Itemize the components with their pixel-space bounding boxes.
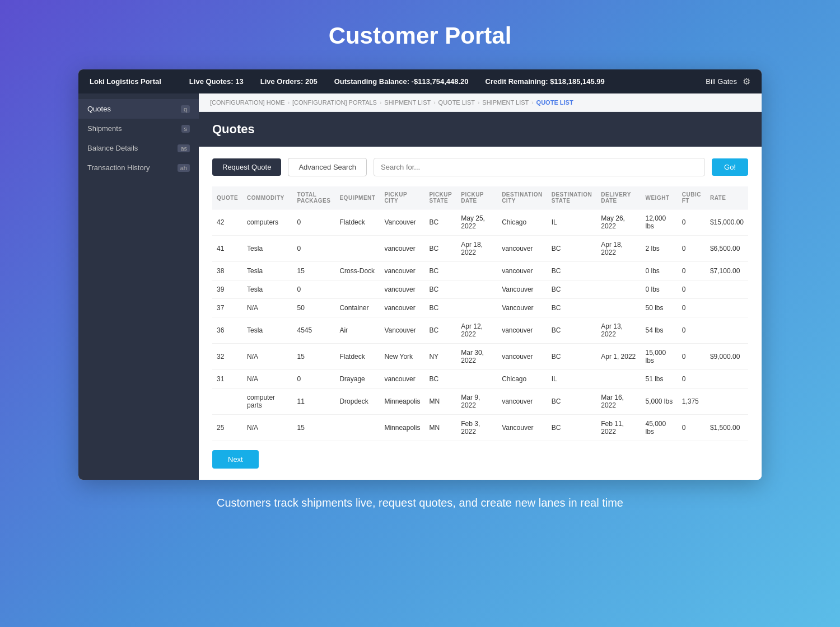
- table-cell: Apr 1, 2022: [596, 344, 641, 370]
- go-button[interactable]: Go!: [712, 158, 748, 176]
- advanced-search-button[interactable]: Advanced Search: [288, 158, 367, 176]
- sidebar: Quotes q Shipments s Balance Details as …: [78, 93, 199, 480]
- table-cell: Flatdeck: [335, 209, 380, 236]
- breadcrumb-sep-1: ›: [288, 100, 290, 106]
- table-row[interactable]: computer parts11DropdeckMinneapolisMNMar…: [212, 389, 748, 415]
- table-cell: vancouver: [497, 262, 547, 280]
- table-cell: 31: [212, 370, 242, 389]
- table-cell: N/A: [242, 370, 292, 389]
- stats-bar: Live Quotes: 13 Live Orders: 205 Outstan…: [189, 77, 689, 86]
- table-cell: 0 lbs: [641, 280, 678, 299]
- table-cell: 38: [212, 262, 242, 280]
- table-cell: N/A: [242, 344, 292, 370]
- table-row[interactable]: 41Tesla0vancouverBCApr 18, 2022vancouver…: [212, 236, 748, 262]
- table-row[interactable]: 31N/A0DrayagevancouverBCChicagoIL51 lbs0: [212, 370, 748, 389]
- table-cell: Chicago: [497, 209, 547, 236]
- table-cell: Apr 18, 2022: [456, 236, 497, 262]
- section-header: Quotes: [199, 112, 762, 147]
- table-cell: May 26, 2022: [596, 209, 641, 236]
- table-cell: vancouver: [497, 344, 547, 370]
- table-cell: [596, 299, 641, 317]
- col-equipment: EQUIPMENT: [335, 186, 380, 209]
- table-cell: 4545: [293, 317, 335, 344]
- table-cell: computer parts: [242, 389, 292, 415]
- table-area: Request Quote Advanced Search Go! QUOTE …: [199, 147, 762, 480]
- table-cell: IL: [547, 209, 597, 236]
- col-pickup-date: PICKUPDATE: [456, 186, 497, 209]
- search-input[interactable]: [374, 158, 705, 176]
- table-cell: Feb 11, 2022: [596, 415, 641, 441]
- content-area: [CONFIGURATION] HOME › [CONFIGURATION] P…: [199, 93, 762, 480]
- table-cell: 0: [678, 344, 706, 370]
- table-cell: 42: [212, 209, 242, 236]
- table-cell: vancouver: [380, 299, 424, 317]
- sidebar-item-shipments-shortcut: s: [181, 125, 190, 133]
- table-cell: Drayage: [335, 370, 380, 389]
- toolbar: Request Quote Advanced Search Go!: [212, 158, 748, 176]
- breadcrumb-item-1: [CONFIGURATION] HOME: [210, 99, 285, 106]
- table-cell: $7,100.00: [706, 262, 748, 280]
- table-row[interactable]: 36Tesla4545AirVancouverBCApr 12, 2022van…: [212, 317, 748, 344]
- table-cell: vancouver: [497, 236, 547, 262]
- sidebar-item-shipments[interactable]: Shipments s: [78, 119, 199, 138]
- request-quote-button[interactable]: Request Quote: [212, 158, 281, 176]
- table-cell: 45,000 lbs: [641, 415, 678, 441]
- table-cell: Tesla: [242, 262, 292, 280]
- table-cell: BC: [424, 299, 456, 317]
- table-cell: 0: [678, 209, 706, 236]
- table-row[interactable]: 32N/A15FlatdeckNew YorkNYMar 30, 2022van…: [212, 344, 748, 370]
- table-row[interactable]: 39Tesla0vancouverBCVancouverBC0 lbs0: [212, 280, 748, 299]
- sidebar-item-transactions-label: Transaction History: [87, 163, 178, 172]
- table-cell: 2 lbs: [641, 236, 678, 262]
- col-destination-state: DESTINATIONSTATE: [547, 186, 597, 209]
- user-area: Bill Gates ⚙: [706, 76, 750, 87]
- table-cell: BC: [547, 280, 597, 299]
- breadcrumb-item-3: SHIPMENT LIST: [384, 99, 431, 106]
- breadcrumb-item-5: SHIPMENT LIST: [482, 99, 529, 106]
- sidebar-item-transactions-shortcut: ah: [178, 164, 190, 172]
- col-cubic-ft: CUBICFT: [678, 186, 706, 209]
- table-row[interactable]: 42computers0FlatdeckVancouverBCMay 25, 2…: [212, 209, 748, 236]
- table-cell: 15,000 lbs: [641, 344, 678, 370]
- table-cell: Chicago: [497, 370, 547, 389]
- table-cell: BC: [424, 370, 456, 389]
- table-row[interactable]: 37N/A50ContainervancouverBCVancouverBC50…: [212, 299, 748, 317]
- top-bar: Loki Logistics Portal Live Quotes: 13 Li…: [78, 69, 762, 93]
- sidebar-item-quotes[interactable]: Quotes q: [78, 99, 199, 119]
- table-cell: 0: [293, 236, 335, 262]
- table-cell: BC: [547, 415, 597, 441]
- sidebar-item-balance[interactable]: Balance Details as: [78, 138, 199, 158]
- table-cell: 50: [293, 299, 335, 317]
- table-cell: [706, 280, 748, 299]
- table-row[interactable]: 25N/A15MinneapolisMNFeb 3, 2022Vancouver…: [212, 415, 748, 441]
- gear-icon[interactable]: ⚙: [743, 76, 750, 87]
- main-layout: Quotes q Shipments s Balance Details as …: [78, 93, 762, 480]
- table-cell: 41: [212, 236, 242, 262]
- table-cell: vancouver: [380, 236, 424, 262]
- table-cell: 50 lbs: [641, 299, 678, 317]
- col-pickup-city: PICKUPCITY: [380, 186, 424, 209]
- table-cell: BC: [424, 317, 456, 344]
- table-row[interactable]: 38Tesla15Cross-DockvancouverBCvancouverB…: [212, 262, 748, 280]
- table-cell: 36: [212, 317, 242, 344]
- sidebar-item-transactions[interactable]: Transaction History ah: [78, 158, 199, 177]
- table-cell: BC: [424, 209, 456, 236]
- table-cell: Vancouver: [497, 299, 547, 317]
- table-cell: IL: [547, 370, 597, 389]
- table-cell: [456, 370, 497, 389]
- table-cell: [706, 299, 748, 317]
- table-cell: Mar 30, 2022: [456, 344, 497, 370]
- breadcrumb: [CONFIGURATION] HOME › [CONFIGURATION] P…: [199, 93, 762, 112]
- breadcrumb-sep-2: ›: [380, 100, 381, 106]
- col-commodity: COMMODITY: [242, 186, 292, 209]
- brand-logo: Loki Logistics Portal: [90, 77, 161, 86]
- col-destination-city: DESTINATIONCITY: [497, 186, 547, 209]
- table-cell: $15,000.00: [706, 209, 748, 236]
- table-cell: [706, 389, 748, 415]
- table-cell: N/A: [242, 299, 292, 317]
- sidebar-item-balance-shortcut: as: [178, 144, 190, 152]
- table-cell: [335, 280, 380, 299]
- next-button[interactable]: Next: [212, 450, 259, 469]
- table-cell: 0: [678, 370, 706, 389]
- table-cell: Cross-Dock: [335, 262, 380, 280]
